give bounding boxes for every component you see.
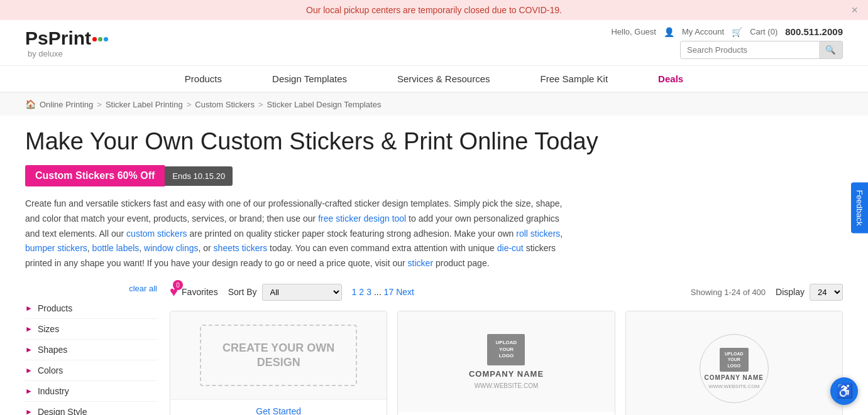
arrow-icon: ►: [25, 304, 33, 313]
product-card-template-3[interactable]: UPLOAD YOUR LOGO COMPANY NAME WWW.WEBSIT…: [625, 311, 843, 415]
template-2-preview: UPLOAD YOUR LOGO COMPANY NAME WWW.WEBSIT…: [456, 321, 556, 402]
search-bar: 🔍: [680, 41, 843, 59]
upload-logo-box-3: UPLOAD YOUR LOGO: [720, 348, 749, 372]
favorites-button[interactable]: ♥ 0 Favorites: [170, 284, 218, 300]
phone-number: 800.511.2009: [785, 26, 843, 37]
sidebar-industry-label: Industry: [38, 386, 69, 396]
product-card-create-own: CREATE YOUR OWN DESIGN Get Started: [170, 311, 387, 415]
products-grid: CREATE YOUR OWN DESIGN Get Started UPLOA…: [170, 311, 843, 415]
search-input[interactable]: [681, 41, 819, 58]
pagination-next[interactable]: Next: [396, 287, 414, 297]
card-footer-create-own: Get Started: [170, 399, 387, 415]
company-name-2: COMPANY NAME: [469, 369, 544, 379]
bottle-labels-link[interactable]: bottle labels: [92, 243, 140, 253]
template-3-image: UPLOAD YOUR LOGO COMPANY NAME WWW.WEBSIT…: [626, 311, 842, 415]
sidebar: clear all ► Products ► Sizes ► Shapes ► …: [25, 284, 157, 415]
products-toolbar: ♥ 0 Favorites Sort By All Most Popular N…: [170, 284, 843, 301]
upload-text-2: UPLOAD YOUR LOGO: [493, 340, 519, 359]
bumper-stickers-link[interactable]: bumper stickers: [25, 243, 87, 253]
sidebar-item-industry[interactable]: ► Industry: [25, 381, 157, 402]
my-account-link[interactable]: My Account: [682, 27, 724, 36]
sidebar-colors-label: Colors: [38, 365, 63, 375]
search-button[interactable]: 🔍: [819, 41, 842, 58]
arrow-icon: ►: [25, 345, 33, 354]
upload-logo-box-2: UPLOAD YOUR LOGO: [487, 334, 525, 365]
feedback-tab[interactable]: Feedback: [851, 182, 868, 233]
page-title: Make Your Own Custom Stickers & Print On…: [25, 128, 843, 155]
company-name-3: COMPANY NAME: [705, 374, 764, 381]
logo[interactable]: PsPrint by deluxe: [25, 28, 108, 58]
display-label: Display: [776, 287, 805, 297]
breadcrumb-sticker-label-printing[interactable]: Sticker Label Printing: [106, 100, 183, 109]
create-own-box: CREATE YOUR OWN DESIGN: [200, 325, 357, 387]
display-section: Display 24 48 96: [776, 284, 843, 301]
nav-items: Products Design Templates Services & Res…: [0, 66, 868, 93]
cart-link[interactable]: Cart (0): [750, 27, 777, 36]
website-3: WWW.WEBSITE.COM: [708, 384, 759, 389]
sidebar-item-design-style[interactable]: ► Design Style: [25, 402, 157, 415]
cart-icon: 🛒: [732, 27, 742, 37]
page-17[interactable]: 17: [384, 287, 394, 297]
sticker-link[interactable]: sticker: [408, 258, 433, 268]
content-area: clear all ► Products ► Sizes ► Shapes ► …: [25, 284, 843, 415]
header-top-links: Hello, Guest 👤 My Account 🛒 Cart (0) 800…: [611, 26, 843, 37]
sort-select[interactable]: All Most Popular Newest Price Low-High: [262, 284, 342, 301]
breadcrumb: 🏠 Online Printing > Sticker Label Printi…: [0, 93, 868, 116]
sidebar-products-label: Products: [38, 303, 72, 313]
window-clings-link[interactable]: window clings: [144, 243, 198, 253]
custom-stickers-link[interactable]: custom stickers: [126, 229, 187, 239]
nav-free-sample-kit[interactable]: Free Sample Kit: [515, 66, 634, 92]
page-2[interactable]: 2: [359, 287, 364, 297]
home-icon: 🏠: [25, 99, 36, 109]
nav-deals[interactable]: Deals: [633, 66, 708, 92]
product-card-template-2[interactable]: UPLOAD YOUR LOGO COMPANY NAME WWW.WEBSIT…: [397, 311, 615, 415]
main-content: Make Your Own Custom Stickers & Print On…: [0, 116, 868, 415]
sidebar-item-colors[interactable]: ► Colors: [25, 360, 157, 381]
page-ellipsis: ...: [374, 287, 382, 297]
page-description: Create fun and versatile stickers fast a…: [25, 197, 572, 271]
main-nav: Products Design Templates Services & Res…: [0, 66, 868, 93]
sort-section: Sort By All Most Popular Newest Price Lo…: [228, 284, 342, 301]
display-select[interactable]: 24 48 96: [810, 284, 843, 301]
arrow-icon: ►: [25, 325, 33, 333]
template-3-preview: UPLOAD YOUR LOGO COMPANY NAME WWW.WEBSIT…: [687, 321, 781, 415]
header: PsPrint by deluxe Hello, Guest 👤 My Acco…: [0, 20, 868, 66]
page-3[interactable]: 3: [366, 287, 371, 297]
promo-badge: Custom Stickers 60% Off Ends 10.15.20: [25, 165, 233, 186]
template-2-image: UPLOAD YOUR LOGO COMPANY NAME WWW.WEBSIT…: [398, 311, 614, 412]
circle-template: UPLOAD YOUR LOGO COMPANY NAME WWW.WEBSIT…: [700, 334, 769, 403]
sidebar-item-sizes[interactable]: ► Sizes: [25, 319, 157, 340]
breadcrumb-sticker-label-design-templates[interactable]: Sticker Label Design Templates: [267, 100, 382, 109]
sidebar-item-products[interactable]: ► Products: [25, 298, 157, 319]
roll-stickers-link[interactable]: roll stickers: [516, 229, 560, 239]
create-own-text: CREATE YOUR OWN DESIGN: [222, 342, 334, 369]
accessibility-button[interactable]: ♿: [830, 377, 858, 405]
sort-label: Sort By: [228, 287, 257, 297]
promo-end: Ends 10.15.20: [165, 166, 233, 186]
nav-products[interactable]: Products: [160, 66, 247, 92]
products-section: ♥ 0 Favorites Sort By All Most Popular N…: [157, 284, 843, 415]
upload-text-3: UPLOAD YOUR LOGO: [725, 351, 744, 368]
nav-services-resources[interactable]: Services & Resources: [372, 66, 515, 92]
nav-design-templates[interactable]: Design Templates: [247, 66, 372, 92]
sidebar-sizes-label: Sizes: [38, 324, 59, 334]
showing-count: Showing 1-24 of 400: [691, 288, 766, 297]
covid-close-button[interactable]: ×: [851, 4, 858, 17]
breadcrumb-online-printing[interactable]: Online Printing: [40, 100, 93, 109]
logo-brand: PsPrint: [25, 28, 108, 49]
clear-all-button[interactable]: clear all: [25, 284, 157, 293]
header-right: Hello, Guest 👤 My Account 🛒 Cart (0) 800…: [611, 26, 843, 59]
sidebar-item-shapes[interactable]: ► Shapes: [25, 340, 157, 360]
sheets-tickers-link[interactable]: sheets tickers: [214, 243, 268, 253]
arrow-icon: ►: [25, 407, 33, 415]
arrow-icon: ►: [25, 366, 33, 375]
breadcrumb-custom-stickers[interactable]: Custom Stickers: [195, 100, 255, 109]
promo-main: Custom Stickers 60% Off: [25, 165, 165, 186]
favorites-label: Favorites: [182, 287, 218, 297]
page-1[interactable]: 1: [352, 287, 357, 297]
die-cut-link[interactable]: die-cut: [497, 243, 524, 253]
sidebar-shapes-label: Shapes: [38, 345, 67, 355]
free-sticker-tool-link[interactable]: free sticker design tool: [318, 213, 406, 224]
get-started-link[interactable]: Get Started: [256, 406, 301, 415]
hello-text: Hello, Guest: [611, 27, 656, 36]
